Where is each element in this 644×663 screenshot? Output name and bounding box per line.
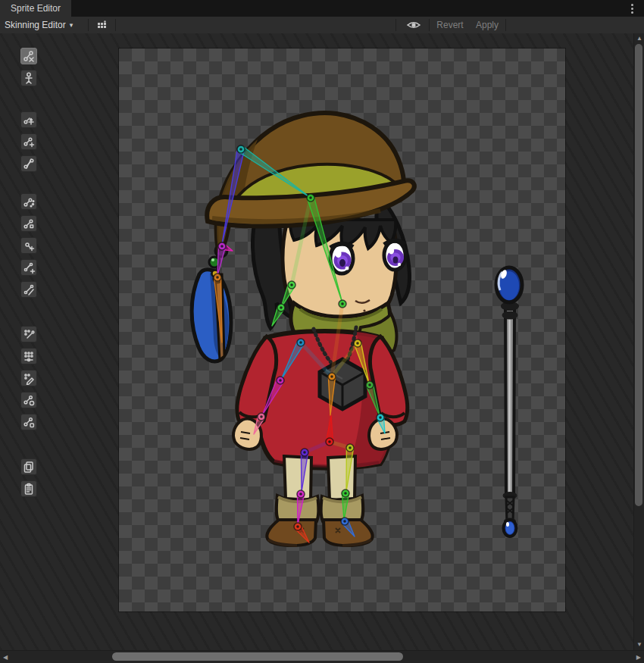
tool-create-bone-button[interactable] <box>20 133 37 150</box>
separator <box>115 19 116 31</box>
tool-create-vertex-button[interactable] <box>20 237 37 254</box>
create-vertex-icon <box>22 239 36 252</box>
separator <box>88 19 89 31</box>
toolbar: Skinning Editor ▾ Revert Apply <box>0 17 644 34</box>
tool-auto-weights-button[interactable] <box>20 326 37 342</box>
toolgroup-pose <box>20 48 37 86</box>
edit-geometry-icon <box>22 217 36 230</box>
copy-icon <box>22 460 36 474</box>
separator <box>505 19 506 31</box>
toggle-view-mode-icon <box>22 71 36 85</box>
separator <box>429 19 430 31</box>
split-bone-icon <box>22 157 36 170</box>
tool-reset-pose-button[interactable] <box>20 48 37 64</box>
tool-toggle-view-mode-button[interactable] <box>20 70 37 86</box>
tool-edit-geometry-button[interactable] <box>20 215 37 232</box>
tab-label: Sprite Editor <box>11 3 61 14</box>
tool-create-edge-button[interactable] <box>20 259 37 276</box>
create-edge-icon <box>22 261 36 274</box>
split-edge-icon <box>22 283 36 296</box>
tool-copy-button[interactable] <box>20 458 37 475</box>
tool-paste-button[interactable] <box>20 480 37 497</box>
weight-brush-icon <box>22 371 36 385</box>
sprite-editor-window: { "window": { "tab_label": "Sprite Edito… <box>0 0 644 663</box>
weight-slider-icon <box>22 349 36 363</box>
revert-button[interactable]: Revert <box>432 18 468 32</box>
tool-split-bone-button[interactable] <box>20 155 37 172</box>
tab-sprite-editor[interactable]: Sprite Editor <box>0 0 71 17</box>
mode-label: Skinning Editor <box>5 20 66 30</box>
auto-weights-icon <box>22 327 36 341</box>
auto-geometry-icon <box>22 195 36 208</box>
apply-button[interactable]: Apply <box>471 18 503 32</box>
scroll-up-arrow[interactable]: ▲ <box>636 35 642 42</box>
sprite-transparency-checker <box>119 48 565 611</box>
sprite-grid-icon <box>95 19 108 31</box>
skinning-canvas[interactable] <box>0 33 644 650</box>
separator <box>395 19 396 31</box>
scroll-left-arrow[interactable]: ◀ <box>3 654 8 661</box>
paste-icon <box>22 482 36 496</box>
toolgroup-geometry <box>20 193 37 298</box>
sprite-influence-icon <box>22 415 36 429</box>
tool-split-edge-button[interactable] <box>20 281 37 298</box>
tool-preview-pose-button[interactable] <box>20 111 37 128</box>
visibility-button[interactable] <box>402 18 426 32</box>
eye-icon <box>406 20 421 30</box>
tool-auto-geometry-button[interactable] <box>20 193 37 210</box>
tool-weight-slider-button[interactable] <box>20 348 37 364</box>
tab-bar: Sprite Editor <box>0 0 644 17</box>
chevron-down-icon: ▾ <box>70 21 73 29</box>
reset-pose-icon <box>22 49 36 63</box>
create-bone-icon <box>22 135 36 149</box>
tool-weight-brush-button[interactable] <box>20 370 37 386</box>
sprite-frames-button[interactable] <box>94 18 109 32</box>
scroll-down-arrow[interactable]: ▼ <box>636 641 642 649</box>
toolgroup-weights <box>20 326 37 430</box>
skinning-editor-dropdown[interactable]: Skinning Editor ▾ <box>5 17 73 33</box>
kebab-menu-icon[interactable] <box>626 2 638 14</box>
toolgroup-bones <box>20 111 37 172</box>
horizontal-scrollbar-thumb[interactable] <box>112 652 403 661</box>
tool-bone-influence-button[interactable] <box>20 392 37 408</box>
vertical-scrollbar-thumb[interactable] <box>635 44 642 506</box>
preview-pose-icon <box>22 113 36 127</box>
toolgroup-clipboard <box>20 458 37 497</box>
scroll-right-arrow[interactable]: ▶ <box>636 654 641 661</box>
bone-influence-icon <box>22 393 36 407</box>
tool-sprite-influence-button[interactable] <box>20 414 37 430</box>
